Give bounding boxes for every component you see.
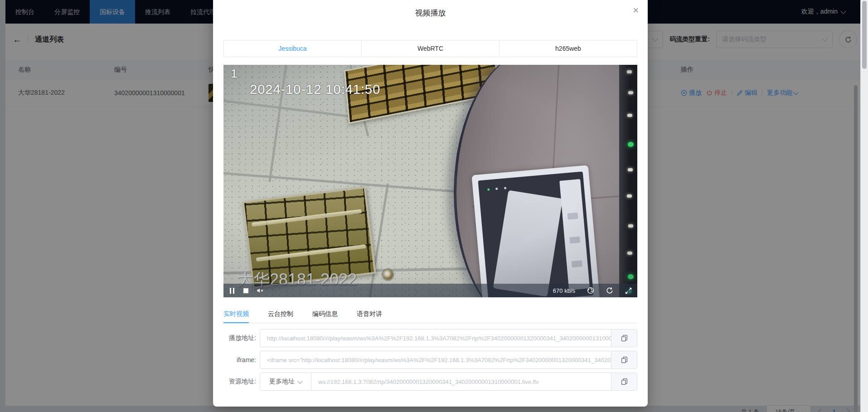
copy-resource-address-button[interactable] [611,373,637,390]
chevron-down-icon [297,378,302,383]
player-control-bar: 670 kb/s [223,284,637,297]
fullscreen-button[interactable] [625,287,632,294]
fisheye-vignette [223,65,637,297]
shutter-icon [587,287,594,294]
copy-play-address-button[interactable] [611,330,637,347]
pause-button[interactable] [229,288,235,294]
copy-icon [621,378,628,385]
osd-timestamp: 2024-10-12 10:41:50 [250,82,380,97]
more-addresses-dropdown[interactable]: 更多地址 [260,373,311,390]
tab-voice-intercom[interactable]: 语音对讲 [357,305,382,323]
resource-address-label: 资源地址: [223,378,256,386]
player-type-tabs: Jessibuca WebRTC h265web [223,40,637,57]
copy-iframe-button[interactable] [611,351,637,368]
osd-channel-number: 1 [231,67,237,81]
tab-jessibuca[interactable]: Jessibuca [223,40,362,57]
iframe-input[interactable]: <iframe src="http://localhost:18080/#/pl… [260,351,611,368]
iframe-group: <iframe src="http://localhost:18080/#/pl… [260,351,637,369]
tab-ptz-control[interactable]: 云台控制 [268,305,293,323]
video-player[interactable]: 1 2024-10-12 10:41:50 大华28181-2022 670 k… [223,65,637,297]
close-icon[interactable]: × [633,5,639,15]
stream-info-tabs: 实时视频 云台控制 编码信息 语音对讲 [223,305,637,323]
stop-button[interactable] [243,288,248,293]
resource-address-group: 更多地址 ws://192.168.1.3:7082/rtp/340200000… [260,373,637,391]
play-address-row: 播放地址: http://localhost:18080/#/play/wasm… [223,329,637,347]
resource-address-row: 资源地址: 更多地址 ws://192.168.1.3:7082/rtp/340… [223,373,637,391]
tab-h265web[interactable]: h265web [499,40,637,57]
speaker-muted-icon [257,287,264,294]
play-address-input[interactable]: http://localhost:18080/#/play/wasm/ws%3A… [260,330,611,347]
dialog-title: 视频播放 [213,8,648,18]
video-play-dialog: 视频播放 × Jessibuca WebRTC h265web [213,0,648,407]
tab-encoding-info[interactable]: 编码信息 [312,305,338,323]
play-address-group: http://localhost:18080/#/play/wasm/ws%3A… [260,329,637,347]
more-addresses-label: 更多地址 [269,378,295,386]
tab-live-video[interactable]: 实时视频 [223,305,249,323]
iframe-label: iframe: [223,356,256,364]
copy-icon [621,356,628,364]
performance-button[interactable] [587,287,594,294]
reload-button[interactable] [606,287,613,294]
play-address-label: 播放地址: [223,334,256,342]
resource-address-input[interactable]: ws://192.168.1.3:7082/rtp/34020000001320… [311,373,611,390]
iframe-row: iframe: <iframe src="http://localhost:18… [223,351,637,369]
browser-scrollbar[interactable] [860,0,868,412]
copy-icon [621,334,628,342]
refresh-icon [606,287,613,294]
bitrate-label: 670 kb/s [553,287,575,294]
mute-icon[interactable] [257,287,264,294]
fullscreen-icon [625,287,632,294]
scrollbar-thumb[interactable] [862,1,867,69]
tab-webrtc[interactable]: WebRTC [361,40,499,57]
